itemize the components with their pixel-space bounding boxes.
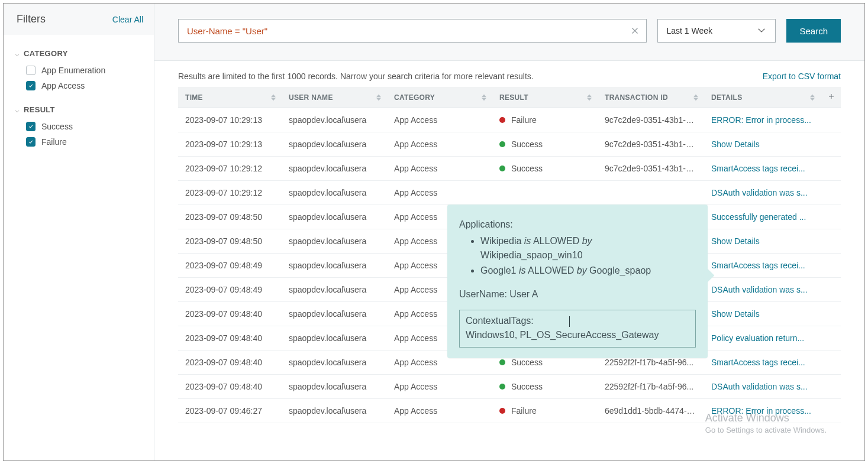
cell-txn — [598, 181, 704, 205]
sort-icon — [271, 94, 276, 100]
checkbox-checked-icon — [26, 81, 36, 90]
filters-sidebar: Filters Clear All CATEGORYApp Enumeratio… — [4, 4, 154, 460]
cell-details: SmartAccess tags recei... — [704, 254, 821, 278]
tooltip-app-item: Google1 is ALLOWED by Google_spaop — [480, 264, 696, 278]
cell-details: Successfully generated ... — [704, 205, 821, 229]
cell-time: 2023-09-07 10:29:13 — [178, 108, 282, 132]
filter-checkbox[interactable]: Failure — [14, 134, 154, 150]
tooltip-username: UserName: User A — [459, 287, 696, 301]
timerange-select[interactable]: Last 1 Week — [657, 19, 776, 43]
cell-spacer — [821, 326, 841, 351]
cell-time: 2023-09-07 09:48:40 — [178, 302, 282, 326]
results-meta: Results are limited to the first 1000 re… — [154, 61, 864, 87]
table-row[interactable]: 2023-09-07 09:46:27spaopdev.local\useraA… — [178, 399, 841, 423]
filter-checkbox[interactable]: App Access — [14, 78, 154, 93]
timerange-label: Last 1 Week — [666, 26, 712, 35]
col-time[interactable]: TIME — [178, 87, 282, 108]
table-row[interactable]: 2023-09-07 10:29:12spaopdev.local\useraA… — [178, 157, 841, 181]
cell-time: 2023-09-07 09:46:27 — [178, 399, 282, 423]
cell-spacer — [821, 375, 841, 399]
filter-group-title: RESULT — [24, 105, 55, 114]
table-row[interactable]: 2023-09-07 10:29:13spaopdev.local\useraA… — [178, 132, 841, 157]
cell-spacer — [821, 254, 841, 278]
cell-details: DSAuth validation was s... — [704, 181, 821, 205]
cell-user: spaopdev.local\usera — [282, 351, 387, 375]
failure-status-icon — [499, 408, 505, 414]
filter-group: RESULTSuccessFailure — [4, 97, 154, 153]
details-link[interactable]: Successfully generated ... — [711, 212, 814, 222]
col-user[interactable]: USER NAME — [282, 87, 387, 108]
filter-label: App Enumeration — [41, 66, 105, 75]
cell-user: spaopdev.local\usera — [282, 254, 387, 278]
success-status-icon — [499, 166, 505, 171]
cell-spacer — [821, 399, 841, 423]
details-link[interactable]: SmartAccess tags recei... — [711, 358, 814, 367]
filter-label: Failure — [41, 137, 67, 147]
col-txn[interactable]: TRANSACTION ID — [598, 87, 704, 108]
cell-details: DSAuth validation was s... — [704, 375, 821, 399]
cell-time: 2023-09-07 09:48:40 — [178, 351, 282, 375]
sort-icon — [376, 94, 381, 100]
table-row[interactable]: 2023-09-07 09:48:40spaopdev.local\useraA… — [178, 375, 841, 399]
tooltip-app-item: Wikipedia is ALLOWED by Wikipedia_spaop_… — [480, 234, 696, 262]
cell-spacer — [821, 302, 841, 326]
filter-checkbox[interactable]: Success — [14, 119, 154, 134]
app-root: Filters Clear All CATEGORYApp Enumeratio… — [3, 3, 865, 461]
cell-user: spaopdev.local\usera — [282, 108, 387, 132]
chevron-down-icon — [756, 25, 767, 37]
details-link[interactable]: ERROR: Error in process... — [711, 406, 814, 416]
details-link[interactable]: Show Details — [711, 139, 814, 149]
filter-group-toggle[interactable]: CATEGORY — [14, 44, 154, 63]
table-row[interactable]: 2023-09-07 10:29:12spaopdev.local\useraA… — [178, 181, 841, 205]
cell-details: DSAuth validation was s... — [704, 278, 821, 302]
clear-all-link[interactable]: Clear All — [112, 15, 143, 24]
filter-group-toggle[interactable]: RESULT — [14, 100, 154, 119]
cell-details: Policy evaluation return... — [704, 326, 821, 351]
details-link[interactable]: SmartAccess tags recei... — [711, 164, 814, 173]
checkbox-icon — [26, 66, 36, 75]
sort-icon — [482, 94, 486, 100]
filter-checkbox[interactable]: App Enumeration — [14, 63, 154, 78]
details-tooltip: Applications: Wikipedia is ALLOWED by Wi… — [447, 205, 708, 358]
details-link[interactable]: Policy evaluation return... — [711, 333, 814, 343]
cell-user: spaopdev.local\usera — [282, 399, 387, 423]
add-column-button[interactable] — [821, 87, 841, 108]
chevron-down-icon — [14, 107, 20, 113]
cell-txn: 9c7c2de9-0351-43b1-8... — [598, 132, 704, 157]
cell-time: 2023-09-07 10:29:12 — [178, 157, 282, 181]
details-link[interactable]: Show Details — [711, 236, 814, 246]
details-link[interactable]: DSAuth validation was s... — [711, 285, 814, 294]
clear-query-icon[interactable] — [630, 25, 640, 36]
table-row[interactable]: 2023-09-07 10:29:13spaopdev.local\useraA… — [178, 108, 841, 132]
cell-user: spaopdev.local\usera — [282, 326, 387, 351]
details-link[interactable]: ERROR: Error in process... — [711, 115, 814, 125]
details-link[interactable]: DSAuth validation was s... — [711, 188, 814, 197]
chevron-down-icon — [14, 51, 20, 57]
checkbox-checked-icon — [26, 137, 36, 147]
failure-status-icon — [499, 117, 505, 123]
cell-time: 2023-09-07 09:48:49 — [178, 278, 282, 302]
cell-spacer — [821, 229, 841, 254]
plus-icon — [828, 93, 835, 102]
col-result[interactable]: RESULT — [492, 87, 598, 108]
details-link[interactable]: DSAuth validation was s... — [711, 382, 814, 391]
details-link[interactable]: Show Details — [711, 309, 814, 319]
details-link[interactable]: SmartAccess tags recei... — [711, 261, 814, 270]
sort-icon — [810, 94, 815, 100]
cell-category: App Access — [387, 157, 492, 181]
cell-result: Success — [492, 157, 598, 181]
search-query-input[interactable]: User-Name = "User" — [178, 19, 647, 43]
col-category[interactable]: CATEGORY — [387, 87, 492, 108]
cell-category: App Access — [387, 108, 492, 132]
tooltip-apps-list: Wikipedia is ALLOWED by Wikipedia_spaop_… — [459, 234, 696, 278]
sort-icon — [587, 94, 592, 100]
export-csv-link[interactable]: Export to CSV format — [763, 72, 841, 81]
filters-header: Filters Clear All — [4, 4, 154, 35]
tooltip-contextual-tags: ContextualTags: Windows10, PL_OS_SecureA… — [459, 310, 696, 348]
col-details[interactable]: DETAILS — [704, 87, 821, 108]
cell-details: Show Details — [704, 229, 821, 254]
cell-result: Success — [492, 375, 598, 399]
cell-user: spaopdev.local\usera — [282, 278, 387, 302]
search-button[interactable]: Search — [786, 19, 841, 43]
success-status-icon — [499, 141, 505, 147]
